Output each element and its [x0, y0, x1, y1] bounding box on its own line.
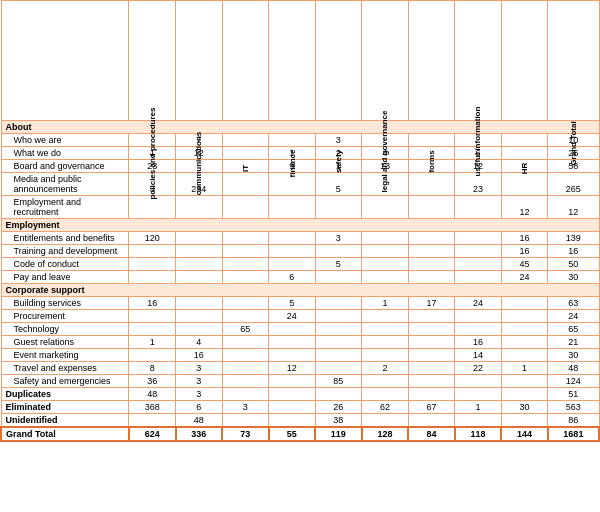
row-label: Entitlements and benefits — [1, 232, 129, 245]
data-cell-legal — [362, 258, 409, 271]
data-cell-hr — [501, 173, 548, 196]
data-cell-legal — [362, 375, 409, 388]
row-label: Code of conduct — [1, 258, 129, 271]
header-label-col — [1, 1, 129, 121]
data-cell-forms — [408, 134, 455, 147]
data-cell-useful — [455, 245, 502, 258]
data-cell-communications: 6 — [176, 401, 223, 414]
row-label: Eliminated — [1, 401, 129, 414]
header-it: IT — [222, 1, 269, 121]
data-cell-hr: 24 — [501, 271, 548, 284]
data-cell-it — [222, 196, 269, 219]
data-cell-policies: 16 — [129, 297, 176, 310]
data-cell-grand: 63 — [548, 297, 599, 310]
data-cell-safety — [315, 196, 362, 219]
data-cell-communications — [176, 310, 223, 323]
row-label: Grand Total — [1, 427, 129, 441]
table-row: Corporate support — [1, 284, 599, 297]
header-policies: policies and procedures — [129, 1, 176, 121]
data-cell-useful — [455, 414, 502, 428]
data-cell-safety — [315, 271, 362, 284]
row-label: Board and governance — [1, 160, 129, 173]
data-cell-policies: 120 — [129, 232, 176, 245]
data-cell-communications — [176, 258, 223, 271]
row-label: Travel and expenses — [1, 362, 129, 375]
data-cell-hr: 45 — [501, 258, 548, 271]
data-cell-forms — [408, 414, 455, 428]
data-cell-grand: 1681 — [548, 427, 599, 441]
section-header-cell: Employment — [1, 219, 599, 232]
data-cell-hr: 144 — [501, 427, 548, 441]
data-cell-hr — [501, 310, 548, 323]
header-hr: HR — [501, 1, 548, 121]
row-label: What we do — [1, 147, 129, 160]
data-cell-forms: 67 — [408, 401, 455, 414]
data-cell-legal — [362, 196, 409, 219]
data-cell-finance — [269, 401, 316, 414]
data-cell-legal — [362, 349, 409, 362]
data-cell-legal — [362, 414, 409, 428]
data-cell-finance: 55 — [269, 427, 316, 441]
data-cell-forms — [408, 323, 455, 336]
data-cell-legal — [362, 232, 409, 245]
data-cell-safety — [315, 349, 362, 362]
data-cell-it — [222, 245, 269, 258]
data-cell-finance — [269, 134, 316, 147]
data-cell-it — [222, 388, 269, 401]
data-cell-grand: 65 — [548, 323, 599, 336]
data-cell-it — [222, 297, 269, 310]
table-row: Board and governance2391131258 — [1, 160, 599, 173]
data-cell-useful — [455, 310, 502, 323]
data-cell-forms — [408, 245, 455, 258]
table-row: Travel and expenses8312222148 — [1, 362, 599, 375]
row-label: Event marketing — [1, 349, 129, 362]
main-table-container: policies and procedures communications I… — [0, 0, 600, 442]
data-cell-policies: 48 — [129, 388, 176, 401]
data-cell-useful: 24 — [455, 297, 502, 310]
data-cell-grand: 563 — [548, 401, 599, 414]
data-cell-grand: 86 — [548, 414, 599, 428]
data-cell-it — [222, 336, 269, 349]
table-row: Guest relations141621 — [1, 336, 599, 349]
data-cell-grand: 50 — [548, 258, 599, 271]
data-cell-finance — [269, 196, 316, 219]
row-label: Building services — [1, 297, 129, 310]
data-cell-safety: 119 — [315, 427, 362, 441]
data-cell-policies: 36 — [129, 375, 176, 388]
data-cell-finance — [269, 349, 316, 362]
row-label: Procurement — [1, 310, 129, 323]
data-cell-it — [222, 349, 269, 362]
data-cell-useful: 14 — [455, 349, 502, 362]
header-forms: forms — [408, 1, 455, 121]
data-cell-hr: 1 — [501, 362, 548, 375]
data-cell-useful: 1 — [455, 401, 502, 414]
data-cell-policies: 368 — [129, 401, 176, 414]
data-cell-grand: 21 — [548, 336, 599, 349]
data-cell-forms: 17 — [408, 297, 455, 310]
header-communications: communications — [176, 1, 223, 121]
row-label: Media and public announcements — [1, 173, 129, 196]
data-cell-it: 3 — [222, 401, 269, 414]
header-row: policies and procedures communications I… — [1, 1, 599, 121]
row-label: Technology — [1, 323, 129, 336]
table-row: Technology6565 — [1, 323, 599, 336]
data-cell-legal: 1 — [362, 297, 409, 310]
data-cell-policies: 624 — [129, 427, 176, 441]
data-cell-communications — [176, 232, 223, 245]
data-cell-grand: 24 — [548, 310, 599, 323]
table-row: Employment — [1, 219, 599, 232]
data-cell-grand: 124 — [548, 375, 599, 388]
row-label: Training and development — [1, 245, 129, 258]
data-cell-communications — [176, 297, 223, 310]
data-cell-safety: 85 — [315, 375, 362, 388]
data-cell-it — [222, 310, 269, 323]
data-cell-legal — [362, 388, 409, 401]
data-cell-finance — [269, 232, 316, 245]
table-row: Unidentified483886 — [1, 414, 599, 428]
data-cell-it — [222, 375, 269, 388]
table-row: Code of conduct54550 — [1, 258, 599, 271]
data-cell-finance — [269, 245, 316, 258]
data-cell-it: 65 — [222, 323, 269, 336]
data-cell-grand: 12 — [548, 196, 599, 219]
data-cell-useful — [455, 388, 502, 401]
